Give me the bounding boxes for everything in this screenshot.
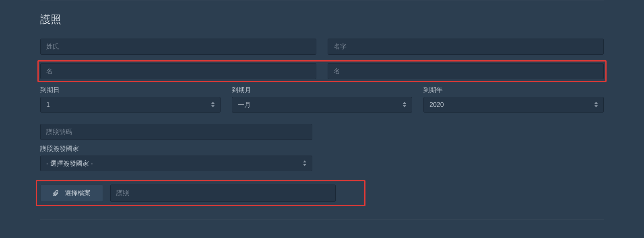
issuing-country-select[interactable]: - 選擇簽發國家 -	[40, 156, 312, 171]
name1-input[interactable]	[40, 63, 316, 79]
issuing-country-label: 護照簽發國家	[40, 145, 312, 153]
highlight-names	[37, 60, 607, 82]
expiry-month-label: 到期月	[232, 86, 412, 94]
expiry-year-label: 到期年	[423, 86, 604, 94]
expiry-day-select[interactable]: 1	[40, 97, 221, 113]
divider-top	[40, 0, 604, 0]
expiry-year-select[interactable]: 2020	[423, 97, 604, 113]
passport-number-wrap	[40, 124, 312, 140]
passport-number-input[interactable]	[40, 124, 312, 140]
surname-input[interactable]	[40, 39, 316, 55]
choose-file-button[interactable]: 選擇檔案	[40, 185, 103, 202]
paperclip-icon	[53, 190, 59, 197]
issuing-country-wrap: 護照簽發國家 - 選擇簽發國家 -	[40, 145, 312, 171]
choose-file-label: 選擇檔案	[65, 189, 91, 197]
file-display: 護照	[110, 185, 336, 202]
name2-input[interactable]	[328, 63, 604, 79]
name-row-1	[40, 39, 604, 55]
expiry-month-select[interactable]: 一月	[232, 97, 412, 113]
divider-bottom	[40, 219, 604, 220]
highlight-file-upload: 選擇檔案 護照	[36, 180, 365, 206]
givenname-input[interactable]	[328, 39, 604, 55]
expiry-row: 到期日 1 到期月 一月 到期年 2020	[40, 86, 604, 113]
expiry-day-label: 到期日	[40, 86, 221, 94]
section-title: 護照	[40, 12, 604, 27]
